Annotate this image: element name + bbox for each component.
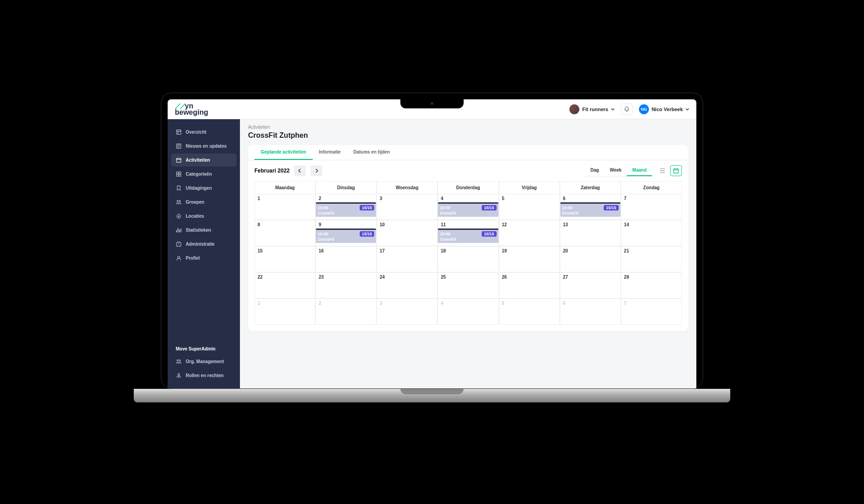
list-view-toggle[interactable] (657, 165, 668, 176)
calendar-cell[interactable]: 19 (499, 246, 560, 272)
calendar-toolbar: Februari 2022 DagWeekMaand (248, 160, 688, 181)
calendar-event[interactable]: 10:0015/15CrossFit (316, 229, 376, 243)
calendar-cell[interactable]: 210:0015/15CrossFit (315, 194, 376, 220)
calendar-day-number: 25 (441, 275, 495, 280)
calendar-cell[interactable]: 3 (376, 194, 437, 220)
sidebar-item-activiteiten[interactable]: Activiteiten (171, 154, 236, 167)
calendar-day-header: Donderdag (437, 181, 498, 194)
calendar-cell[interactable]: 17 (376, 246, 437, 272)
calendar-day-number: 21 (624, 248, 679, 253)
nav-icon (176, 373, 182, 378)
notifications-button[interactable] (621, 103, 633, 115)
event-time: 10:00 (440, 232, 450, 236)
calendar-cell[interactable]: 15 (254, 246, 315, 272)
tab-datums-en-tijden[interactable]: Datums en tijden (347, 145, 396, 160)
event-time: 10:00 (440, 205, 450, 210)
calendar-cell[interactable]: 610:0015/15CrossFit (560, 194, 621, 220)
calendar-cell[interactable]: 6 (560, 299, 621, 325)
calendar-cell[interactable]: 23 (315, 272, 376, 299)
calendar-cell[interactable]: 1 (254, 299, 315, 325)
sidebar-item-overzicht[interactable]: Overzicht (171, 126, 236, 139)
calendar-cell[interactable]: 21 (621, 246, 682, 272)
calendar-cell[interactable]: 410:0015/15CrossFit (437, 194, 498, 220)
calendar-day-number: 15 (258, 248, 312, 253)
tab-geplande-activiteiten[interactable]: Geplande activiteiten (254, 145, 313, 160)
sidebar-admin-item-rollen-en-rechten[interactable]: Rollen en rechten (171, 369, 236, 382)
calendar-cell[interactable]: 1 (254, 194, 315, 220)
bell-icon (624, 106, 630, 112)
nav-label: Activiteiten (186, 158, 210, 163)
calendar-view-toggle[interactable] (670, 165, 682, 176)
nav-label: Statistieken (186, 228, 211, 233)
prev-month-button[interactable] (294, 165, 306, 176)
calendar-cell[interactable]: 20 (560, 246, 621, 272)
page-title: CrossFit Zutphen (248, 131, 688, 140)
sidebar-item-statistieken[interactable]: Statistieken (171, 224, 236, 237)
calendar-day-number: 3 (380, 301, 434, 306)
sidebar-item-administratie[interactable]: Administratie (171, 238, 236, 251)
calendar-cell[interactable]: 13 (560, 220, 621, 246)
nav-label: Nieuws en updates (186, 144, 227, 149)
calendar-day-number: 16 (319, 248, 373, 253)
calendar-cell[interactable]: 8 (254, 220, 315, 246)
sidebar-item-groepen[interactable]: Groepen (171, 196, 236, 209)
nav-icon (176, 199, 182, 205)
calendar-day-number: 22 (258, 275, 312, 280)
calendar-event[interactable]: 10:0015/15CrossFit (438, 202, 498, 217)
calendar-day-number: 27 (563, 275, 618, 280)
sidebar-admin-item-org-management[interactable]: Org. Management (171, 355, 236, 368)
nav-label: Uitdagingen (186, 186, 212, 191)
calendar-day-number: 28 (624, 275, 679, 280)
calendar-event[interactable]: 10:0015/15CrossFit (438, 229, 498, 243)
org-avatar (569, 104, 579, 114)
calendar-cell[interactable]: 24 (376, 272, 437, 299)
svg-rect-3 (177, 172, 178, 174)
calendar-cell[interactable]: 25 (437, 272, 498, 299)
calendar-event[interactable]: 10:0015/15CrossFit (560, 202, 620, 217)
calendar-cell[interactable]: 12 (499, 220, 560, 246)
next-month-button[interactable] (310, 165, 322, 176)
calendar-cell[interactable]: 5 (499, 194, 560, 220)
sidebar-item-locaties[interactable]: Locaties (171, 210, 236, 223)
calendar-day-number: 9 (319, 222, 373, 227)
calendar-cell[interactable]: 7 (621, 299, 682, 325)
view-tab-week[interactable]: Week (604, 165, 627, 176)
event-badge: 15/15 (360, 205, 375, 210)
calendar-cell[interactable]: 28 (621, 272, 682, 299)
svg-point-12 (177, 359, 178, 361)
calendar-cell[interactable]: 3 (376, 299, 437, 325)
calendar-day-number: 1 (258, 196, 312, 201)
logo[interactable]: ／／ynbeweging (175, 103, 208, 115)
calendar-cell[interactable]: 2 (315, 299, 376, 325)
calendar-cell[interactable]: 27 (560, 272, 621, 299)
calendar-cell[interactable]: 14 (621, 220, 682, 246)
calendar-cell[interactable]: 16 (315, 246, 376, 272)
event-title: CrossFit (440, 211, 496, 215)
calendar-cell[interactable]: 1110:0015/15CrossFit (437, 220, 498, 246)
calendar-cell[interactable]: 4 (437, 299, 498, 325)
calendar-cell[interactable]: 26 (499, 272, 560, 299)
nav-icon (176, 129, 182, 135)
sidebar-item-profiel[interactable]: Profiel (171, 252, 236, 265)
view-tab-dag[interactable]: Dag (585, 165, 604, 176)
sidebar-item-categorieën[interactable]: Categorieën (171, 168, 236, 181)
calendar-cell[interactable]: 5 (499, 299, 560, 325)
org-name: Fit runners (582, 107, 608, 112)
tab-informatie[interactable]: Informatie (313, 145, 347, 160)
calendar-cell[interactable]: 22 (254, 272, 315, 299)
calendar-cell[interactable]: 18 (437, 246, 498, 272)
calendar-event[interactable]: 10:0015/15CrossFit (316, 202, 376, 217)
breadcrumb[interactable]: Activiteiten (248, 125, 688, 130)
user-picker[interactable]: NG Nico Verbeek (639, 104, 689, 114)
calendar-cell[interactable]: 910:0015/15CrossFit (315, 220, 376, 246)
org-picker[interactable]: Fit runners (569, 104, 614, 114)
nav-label: Groepen (186, 200, 204, 205)
calendar-day-number: 14 (624, 222, 679, 227)
calendar-cell[interactable]: 10 (376, 220, 437, 246)
calendar-cell[interactable]: 7 (621, 194, 682, 220)
calendar-day-number: 6 (563, 301, 618, 306)
sidebar-item-uitdagingen[interactable]: Uitdagingen (171, 182, 236, 195)
view-tab-maand[interactable]: Maand (627, 165, 652, 176)
sidebar-item-nieuws-en-updates[interactable]: Nieuws en updates (171, 140, 236, 153)
svg-rect-16 (674, 169, 679, 173)
